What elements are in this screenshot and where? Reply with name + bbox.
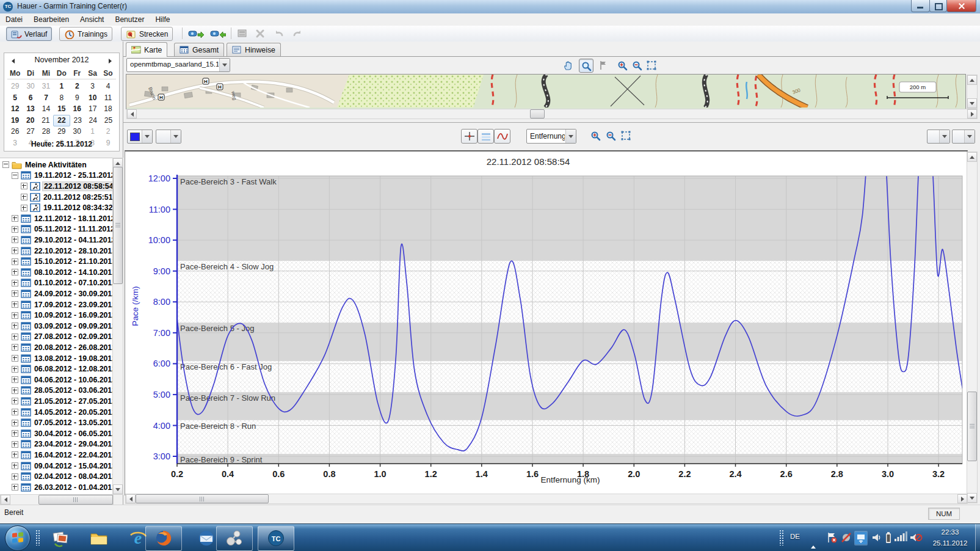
tree-vertical-scrollbar[interactable] bbox=[112, 158, 123, 495]
calendar-day[interactable]: 28 bbox=[38, 126, 54, 137]
expand-icon[interactable] bbox=[12, 409, 18, 415]
tree-activity[interactable]: 19.11.2012 08:34:32 bbox=[0, 202, 112, 213]
scroll-thumb[interactable] bbox=[136, 494, 269, 503]
tree-item-label[interactable]: 13.08.2012 - 19.08.2012 bbox=[33, 354, 112, 363]
tree-item-label[interactable]: 20.11.2012 08:25:51 bbox=[42, 193, 112, 202]
calendar-day[interactable]: 30 bbox=[70, 126, 85, 137]
expand-icon[interactable] bbox=[12, 236, 18, 243]
tree-item-label[interactable]: 30.04.2012 - 06.05.2012 bbox=[33, 429, 112, 438]
scroll-thumb[interactable] bbox=[530, 109, 545, 119]
expand-icon[interactable] bbox=[12, 323, 18, 329]
minimize-button[interactable] bbox=[911, 0, 930, 12]
tree-item-label[interactable]: 29.10.2012 - 04.11.2012 bbox=[33, 236, 112, 244]
calendar-day[interactable]: 20 bbox=[23, 115, 38, 126]
map-horizontal-scrollbar[interactable] bbox=[126, 109, 978, 119]
calendar-day[interactable]: 4 bbox=[100, 81, 115, 92]
zoom-out-tool[interactable] bbox=[604, 129, 617, 142]
chart-vertical-scrollbar[interactable] bbox=[967, 151, 978, 503]
tree-week[interactable]: 20.08.2012 - 26.08.2012 bbox=[0, 342, 112, 353]
tree-item-label[interactable]: Meine Aktivitäten bbox=[24, 161, 88, 169]
right-select-2[interactable] bbox=[952, 130, 975, 144]
calendar-day[interactable]: 5 bbox=[7, 92, 23, 104]
calendar-day[interactable]: 19 bbox=[7, 115, 23, 126]
expand-icon[interactable] bbox=[12, 280, 18, 286]
menu-item-bearbeiten[interactable]: Bearbeiten bbox=[28, 13, 74, 26]
tree-item-label[interactable]: 04.06.2012 - 10.06.2012 bbox=[33, 376, 112, 384]
disabled-device-icon[interactable] bbox=[840, 531, 854, 546]
print-button[interactable] bbox=[236, 27, 250, 40]
photo-gallery-icon[interactable] bbox=[51, 529, 70, 547]
calendar-day[interactable]: 29 bbox=[7, 81, 23, 92]
firefox-icon[interactable] bbox=[154, 529, 172, 547]
map-vertical-scrollbar[interactable] bbox=[967, 75, 978, 109]
calendar-day[interactable]: 29 bbox=[54, 126, 69, 137]
tree-item-label[interactable]: 08.10.2012 - 14.10.2012 bbox=[33, 268, 112, 277]
secondary-series-select[interactable] bbox=[156, 130, 181, 144]
scroll-thumb[interactable] bbox=[38, 495, 113, 505]
action-center-flag-icon[interactable] bbox=[826, 531, 839, 546]
tree-week[interactable]: 28.05.2012 - 03.06.2012 bbox=[0, 385, 112, 396]
calendar-day[interactable]: 25 bbox=[101, 115, 116, 126]
flag-tool[interactable] bbox=[597, 59, 611, 71]
tree-item-label[interactable]: 09.04.2012 - 15.04.2012 bbox=[33, 462, 112, 470]
tree-week[interactable]: 27.08.2012 - 02.09.2012 bbox=[0, 332, 112, 343]
tree-item-label[interactable]: 10.09.2012 - 16.09.2012 bbox=[33, 311, 112, 319]
scroll-left-icon[interactable] bbox=[1, 495, 10, 505]
calendar-day[interactable]: 11 bbox=[100, 92, 115, 104]
signal-bars-icon[interactable] bbox=[894, 531, 907, 546]
tree-week[interactable]: 26.03.2012 - 01.04.2012 bbox=[0, 482, 112, 493]
tree-root[interactable]: Meine Aktivitäten bbox=[0, 159, 112, 170]
marquee-tool[interactable] bbox=[619, 129, 633, 142]
calendar-day[interactable]: 2 bbox=[100, 126, 115, 137]
tree-item-label[interactable]: 05.11.2012 - 11.11.2012 bbox=[33, 225, 112, 233]
scroll-down-icon[interactable] bbox=[113, 484, 123, 494]
menu-item-benutzer[interactable]: Benutzer bbox=[109, 13, 150, 26]
tree-item-label[interactable]: 19.11.2012 - 25.11.2012 bbox=[33, 171, 112, 180]
tree-week[interactable]: 13.08.2012 - 19.08.2012 bbox=[0, 353, 112, 364]
map-layer-select[interactable]: openmtbmap_saarland_15.11.2 bbox=[126, 58, 230, 72]
tree-week[interactable]: 19.11.2012 - 25.11.2012 bbox=[0, 170, 112, 181]
expand-icon[interactable] bbox=[12, 215, 18, 222]
calendar-day[interactable]: 8 bbox=[54, 92, 69, 104]
expand-icon[interactable] bbox=[12, 376, 18, 383]
scroll-left-icon[interactable] bbox=[126, 494, 136, 503]
tree-week[interactable]: 10.09.2012 - 16.09.2012 bbox=[0, 310, 112, 321]
tree-week[interactable]: 14.05.2012 - 20.05.2012 bbox=[0, 407, 112, 418]
tree-week[interactable]: 05.11.2012 - 11.11.2012 bbox=[0, 224, 112, 235]
expand-icon[interactable] bbox=[12, 420, 18, 426]
scroll-down-icon[interactable] bbox=[967, 98, 977, 108]
tree-horizontal-scrollbar[interactable] bbox=[0, 494, 114, 505]
tree-item-label[interactable]: 20.08.2012 - 26.08.2012 bbox=[33, 343, 112, 352]
marquee-tool[interactable] bbox=[645, 59, 658, 71]
tree-week[interactable]: 06.08.2012 - 12.08.2012 bbox=[0, 363, 112, 374]
show-hidden-icons-button[interactable] bbox=[811, 535, 816, 546]
tree-item-label[interactable]: 16.04.2012 - 22.04.2012 bbox=[33, 451, 112, 459]
volume-muted-icon[interactable] bbox=[909, 531, 923, 546]
zoom-in-tool[interactable] bbox=[615, 59, 629, 71]
tree-week[interactable]: 17.09.2012 - 23.09.2012 bbox=[0, 299, 112, 310]
tree-item-label[interactable]: 22.10.2012 - 28.10.2012 bbox=[33, 247, 112, 255]
calendar-day[interactable]: 3 bbox=[85, 81, 100, 92]
tree-week[interactable]: 09.04.2012 - 15.04.2012 bbox=[0, 461, 112, 472]
tree-week[interactable]: 22.10.2012 - 28.10.2012 bbox=[0, 246, 112, 257]
internet-explorer-icon[interactable]: e bbox=[128, 529, 147, 547]
start-button[interactable] bbox=[5, 525, 31, 551]
crosshair-toggle[interactable] bbox=[461, 129, 477, 144]
tree-item-label[interactable]: 01.10.2012 - 07.10.2012 bbox=[33, 279, 112, 287]
calendar-day[interactable]: 14 bbox=[38, 103, 54, 115]
calendar-day[interactable]: 27 bbox=[23, 126, 38, 137]
calendar-day[interactable]: 1 bbox=[54, 81, 69, 92]
calendar-day[interactable]: 23 bbox=[70, 115, 85, 126]
tree-item-label[interactable]: 24.09.2012 - 30.09.2012 bbox=[33, 290, 112, 298]
calendar-day[interactable]: 2 bbox=[70, 81, 85, 92]
expand-icon[interactable] bbox=[12, 484, 18, 491]
map-view[interactable]: H H H Brunn weg 300 200 m bbox=[126, 74, 966, 109]
scroll-thumb[interactable] bbox=[113, 167, 123, 284]
tree-week[interactable]: 30.04.2012 - 06.05.2012 bbox=[0, 428, 112, 439]
tree-week[interactable]: 04.06.2012 - 10.06.2012 bbox=[0, 374, 112, 385]
tree-week[interactable]: 08.10.2012 - 14.10.2012 bbox=[0, 267, 112, 278]
expand-icon[interactable] bbox=[12, 247, 18, 254]
tree-item-label[interactable]: 15.10.2012 - 21.10.2012 bbox=[33, 257, 112, 266]
tab-hinweise[interactable]: Hinweise bbox=[227, 43, 281, 56]
collapse-icon[interactable] bbox=[2, 161, 9, 168]
